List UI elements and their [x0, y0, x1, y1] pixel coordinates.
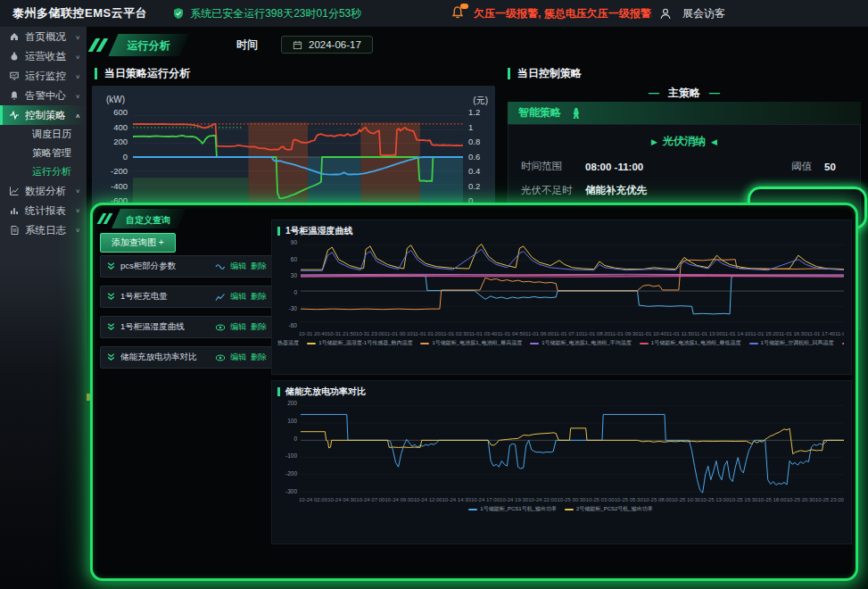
y-tick: 1.2 — [468, 108, 490, 116]
add-query-button[interactable]: 添加查询图 + — [100, 233, 176, 253]
eye-icon[interactable] — [215, 323, 226, 332]
query-row[interactable]: 1号柜充电量编辑删除 — [100, 286, 273, 308]
legend-item[interactable]: 1号储能柜_PCS1号机_输出功率 — [468, 505, 557, 513]
title-accent-bar — [277, 387, 280, 396]
y-tick: -30 — [277, 305, 297, 311]
dash-decor: — — [649, 87, 659, 99]
legend-item[interactable]: 1号储能柜_空调机组_湿度 — [842, 339, 844, 347]
sidebar-item-5[interactable]: 控制策略∧ — [0, 105, 87, 125]
sidebar-subitem[interactable]: 调度日历 — [0, 125, 87, 144]
legend-swatch — [307, 343, 316, 344]
y-tick: 200 — [277, 400, 297, 406]
legend-item[interactable]: 2号储能柜_PCS2号机_输出功率 — [565, 505, 653, 513]
visitor-label[interactable]: 展会访客 — [682, 6, 725, 21]
series-1号储能柜_温湿度-1号传感器_舱内温度 — [301, 245, 844, 270]
chevron-up-icon: ∧ — [75, 112, 80, 118]
sidebar-item-label: 控制策略 — [25, 109, 66, 122]
legend-item[interactable]: 1号储能柜_电池簇1_电池组_最低温度 — [640, 339, 741, 347]
sidebar-item-7[interactable]: 统计报表∨ — [0, 201, 87, 220]
right-triangle-icon: ◀ — [711, 137, 717, 146]
chevron-down-icon: ∨ — [75, 207, 80, 213]
x-tick: 10-24 09:30 — [384, 497, 413, 502]
y-tick: 0.2 — [468, 182, 490, 190]
legend-swatch — [842, 343, 844, 344]
y-tick: 1 — [468, 123, 490, 131]
y-tick: 0 — [277, 436, 297, 442]
y-tick: 0.6 — [468, 153, 490, 161]
eye-icon[interactable] — [215, 353, 226, 362]
sidebar-item-label: 运行监控 — [25, 70, 66, 83]
legend-label: 1号储能柜_温湿度-1号传感器_舱内温度 — [318, 339, 412, 347]
strategy-row: 时间范围08:00 -11:00阈值50 — [521, 160, 844, 173]
custom-query-modal: 自定义查询 添加查询图 + pcs柜部分参数编辑删除1号柜充电量编辑删除1号柜温… — [90, 203, 858, 581]
x-tick: 10-31 23:00 — [356, 331, 384, 336]
sidebar-item-2[interactable]: 运营收益∨ — [0, 46, 87, 66]
y-axis-left: 9060300-30-60 — [277, 240, 301, 329]
edit-button[interactable]: 编辑 — [230, 291, 246, 303]
sidebar-item-3[interactable]: 运行监控∨ — [0, 66, 87, 86]
chevrons-down-icon — [106, 322, 116, 332]
user-icon[interactable] — [659, 7, 672, 20]
legend-item[interactable]: 1号储能柜_温湿度-1号传感器_舱内温度 — [307, 339, 412, 347]
chevron-down-icon: ∨ — [75, 187, 80, 194]
x-tick: 11-01 09:30 — [610, 331, 639, 336]
query-row[interactable]: 储能充放电功率对比编辑删除 — [100, 346, 273, 369]
wave-icon[interactable] — [215, 262, 226, 271]
collapse-icon[interactable]: ∧∧ — [572, 109, 581, 118]
sidebar-subitem[interactable]: 策略管理 — [0, 144, 87, 162]
alarm-bell-icon[interactable] — [451, 5, 467, 21]
chart-axes: 9060300-30-60 — [277, 240, 844, 329]
legend-item[interactable]: 1号储能柜_PCS1号机_散热器温度 — [277, 339, 299, 347]
strategy-icon — [9, 110, 20, 120]
strategy-row-value: 储能补充优先 — [585, 184, 647, 197]
x-tick: 11-01 00:10 — [384, 331, 413, 336]
chart-axes: 2001000-100-200-300 — [277, 401, 844, 495]
delete-button[interactable]: 删除 — [251, 352, 267, 363]
x-tick: 10-24 04:30 — [327, 497, 356, 502]
topbar-right: 欠压一级报警, 簇总电压欠压一级报警, 簇SO 展会访客 — [451, 0, 725, 27]
x-tick: 10-25 23:00 — [815, 497, 844, 502]
legend-item[interactable]: 1号储能柜_电池簇1_电池组_平均温度 — [530, 339, 632, 347]
edit-button[interactable]: 编辑 — [230, 321, 246, 333]
edit-button[interactable]: 编辑 — [230, 352, 246, 363]
edit-button[interactable]: 编辑 — [230, 261, 246, 272]
legend-label: 1号储能柜_电池簇1_电池组_最低温度 — [651, 339, 741, 347]
legend-item[interactable]: 1号储能柜_空调机组_回风温度 — [749, 339, 834, 347]
delete-button[interactable]: 删除 — [251, 321, 267, 333]
sidebar-subitem[interactable]: 运行分析 — [0, 162, 87, 181]
x-tick: 10-31 20:40 — [299, 331, 327, 336]
sidebar-item-8[interactable]: 系统日志∨ — [0, 220, 87, 240]
query-row[interactable]: pcs柜部分参数编辑删除 — [100, 255, 273, 278]
legend-label: 1号储能柜_电池簇1_电池组_最高温度 — [432, 339, 522, 347]
legend-swatch — [530, 343, 539, 344]
x-tick: 10-31 21:50 — [327, 331, 356, 336]
chart-icon[interactable] — [215, 293, 226, 302]
date-picker[interactable]: 2024-06-17 — [281, 36, 373, 54]
delete-button[interactable]: 删除 — [251, 261, 267, 272]
y-axis-right: 1.210.80.60.40.20 — [463, 109, 490, 205]
query-row[interactable]: 1号柜温湿度曲线编辑删除 — [100, 316, 273, 338]
monitor-icon — [9, 71, 20, 81]
series-1号储能柜_空调机组_湿度 — [301, 277, 844, 278]
legend-label: 1号储能柜_电池簇1_电池组_平均温度 — [541, 339, 632, 347]
sidebar-item-4[interactable]: 告警中心∨ — [0, 86, 87, 105]
x-tick: 11-01 06:00 — [525, 331, 554, 336]
sidebar-item-6[interactable]: 数据分析∨ — [0, 181, 87, 201]
tab-custom-query[interactable]: 自定义查询 — [100, 211, 182, 227]
y-tick: 100 — [277, 418, 297, 424]
y-tick: 0 — [277, 289, 297, 295]
x-axis: 10-24 02:0010-24 04:3010-24 07:0010-24 0… — [277, 495, 844, 502]
series-1号储能柜_PCS1号机_散热器温度 — [301, 276, 844, 314]
chevron-down-icon: ∨ — [75, 33, 80, 39]
sidebar-item-1[interactable]: 首页概况∨ — [0, 27, 87, 46]
legend-item[interactable]: 1号储能柜_电池簇1_电池组_最高温度 — [420, 339, 522, 347]
smart-strategy-header[interactable]: 智能策略 ∧∧ — [508, 102, 861, 124]
chart-title: 储能充放电功率对比 — [277, 386, 844, 398]
alarm-ticker[interactable]: 欠压一级报警, 簇总电压欠压一级报警, 簇SO — [474, 6, 652, 21]
tab-run-analysis[interactable]: 运行分析 — [92, 35, 185, 54]
chart-plot — [133, 109, 463, 205]
chart-title-text: 1号柜温湿度曲线 — [285, 225, 353, 237]
delete-button[interactable]: 删除 — [251, 291, 267, 303]
legend-label: 2号储能柜_PCS2号机_输出功率 — [576, 505, 653, 513]
x-tick: 10-24 22:00 — [528, 497, 557, 502]
